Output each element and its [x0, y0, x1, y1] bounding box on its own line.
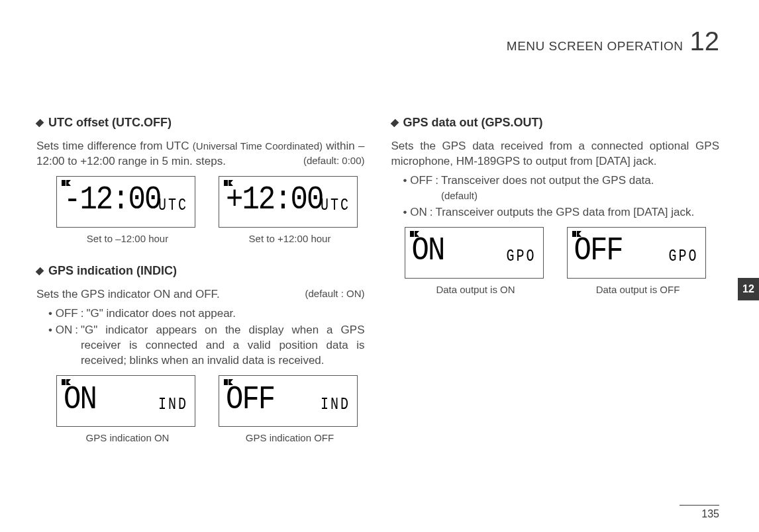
lcd-gpo-on: ON GPO: [405, 227, 544, 279]
indic-on-line: • ON : "G" indicator appears on the disp…: [36, 323, 365, 369]
lcd-main-value: -12:00: [64, 183, 160, 216]
lcd-caption: Data output is ON: [405, 284, 547, 295]
page-number: 135: [680, 505, 719, 520]
lcd-main-value: OFF: [226, 382, 274, 416]
option-colon: :: [427, 205, 436, 220]
lcd-main-value: OFF: [574, 234, 623, 267]
option-desc-text: Transceiver does not output the GPS data…: [441, 174, 654, 187]
option-desc: "G" indicator does not appear.: [86, 306, 364, 322]
lcd-main-value: ON: [412, 234, 444, 267]
heading-text: UTC offset (UTC.OFF): [48, 116, 172, 129]
gpo-lcd-row: ON GPO Data output is ON OFF GPO: [405, 227, 720, 295]
indic-description: Sets the GPS indicator ON and OFF. (defa…: [36, 287, 365, 302]
option-colon: :: [72, 323, 81, 369]
section-utc-offset: UTC offset (UTC.OFF) Sets time differenc…: [36, 116, 365, 244]
header-title: MENU SCREEN OPERATION: [507, 39, 683, 53]
indic-off-line: • OFF : "G" indicator does not appear.: [36, 306, 365, 322]
utc-lcd-row: -12:00 UTC Set to –12:00 hour +12:00 UTC: [56, 176, 365, 244]
indic-desc-text: Sets the GPS indicator ON and OFF.: [36, 288, 220, 300]
heading-utc-offset: UTC offset (UTC.OFF): [36, 116, 365, 130]
heading-text: GPS indication (INDIC): [48, 264, 177, 277]
utc-desc-small: (Universal Time Coordinated): [193, 140, 323, 152]
lcd-sub-label: GPO: [668, 246, 698, 266]
lcd-sub-label: UTC: [321, 195, 350, 215]
side-tab: 12: [738, 278, 759, 300]
lcd-indic-off-wrap: OFF IND GPS indication OFF: [219, 375, 361, 443]
lcd-sub-label: GPO: [506, 246, 536, 266]
diamond-icon: [36, 119, 44, 128]
two-column-layout: UTC offset (UTC.OFF) Sets time differenc…: [36, 116, 719, 463]
right-column: GPS data out (GPS.OUT) Sets the GPS data…: [391, 116, 720, 463]
option-desc: "G" indicator appears on the display whe…: [81, 323, 365, 369]
option-key: • OFF: [48, 306, 78, 322]
heading-gps-indication: GPS indication (INDIC): [36, 264, 365, 278]
option-default: (default): [441, 190, 478, 201]
lcd-main-value: +12:00: [226, 183, 323, 216]
lcd-caption: Set to +12:00 hour: [219, 233, 361, 244]
option-key: • ON: [48, 323, 72, 369]
lcd-indic-on: ON IND: [56, 375, 195, 427]
gpo-off-line: • OFF : Transceiver does not output the …: [391, 173, 720, 204]
lcd-caption: GPS indication OFF: [219, 432, 361, 443]
lcd-utc-minus-wrap: -12:00 UTC Set to –12:00 hour: [56, 176, 199, 244]
lcd-indic-off: OFF IND: [219, 375, 358, 427]
option-desc: Transceiver outputs the GPS data from [D…: [435, 205, 719, 220]
indic-lcd-row: ON IND GPS indication ON OFF IND: [56, 375, 365, 443]
section-gps-indication: GPS indication (INDIC) Sets the GPS indi…: [36, 264, 365, 443]
lcd-sub-label: IND: [158, 394, 188, 414]
lcd-utc-plus-wrap: +12:00 UTC Set to +12:00 hour: [219, 176, 361, 244]
page-header: MENU SCREEN OPERATION 12: [36, 26, 719, 56]
lcd-utc-minus: -12:00 UTC: [56, 176, 195, 228]
lcd-caption: Set to –12:00 hour: [56, 233, 199, 244]
utc-desc-part1: Sets time difference from UTC: [36, 140, 193, 152]
option-colon: :: [78, 306, 87, 322]
diamond-icon: [36, 267, 44, 276]
utc-description: Sets time difference from UTC (Universal…: [36, 139, 365, 169]
heading-text: GPS data out (GPS.OUT): [403, 116, 543, 129]
lcd-main-value: ON: [64, 382, 96, 416]
lcd-caption: Data output is OFF: [567, 284, 709, 295]
left-column: UTC offset (UTC.OFF) Sets time differenc…: [36, 116, 365, 463]
lcd-gpo-off: OFF GPO: [567, 227, 706, 279]
utc-default: (default: 0:00): [303, 154, 365, 167]
option-desc: Transceiver does not output the GPS data…: [441, 173, 719, 204]
lcd-sub-label: UTC: [158, 195, 188, 215]
header-chapter-number: 12: [690, 26, 720, 56]
option-key: • OFF: [403, 173, 433, 204]
lcd-gpo-off-wrap: OFF GPO Data output is OFF: [567, 227, 709, 295]
section-gps-data-out: GPS data out (GPS.OUT) Sets the GPS data…: [391, 116, 720, 295]
diamond-icon: [390, 119, 399, 128]
gpo-on-line: • ON : Transceiver outputs the GPS data …: [391, 205, 720, 220]
lcd-utc-plus: +12:00 UTC: [219, 176, 358, 228]
lcd-indic-on-wrap: ON IND GPS indication ON: [56, 375, 199, 443]
indic-default: (default : ON): [305, 287, 364, 300]
lcd-gpo-on-wrap: ON GPO Data output is ON: [405, 227, 547, 295]
option-colon: :: [432, 173, 441, 204]
lcd-sub-label: IND: [321, 394, 350, 414]
lcd-caption: GPS indication ON: [56, 432, 199, 443]
option-key: • ON: [403, 205, 427, 220]
gpo-description: Sets the GPS data received from a connec…: [391, 139, 720, 169]
manual-page: MENU SCREEN OPERATION 12 UTC offset (UTC…: [0, 0, 759, 532]
heading-gps-data-out: GPS data out (GPS.OUT): [391, 116, 720, 130]
